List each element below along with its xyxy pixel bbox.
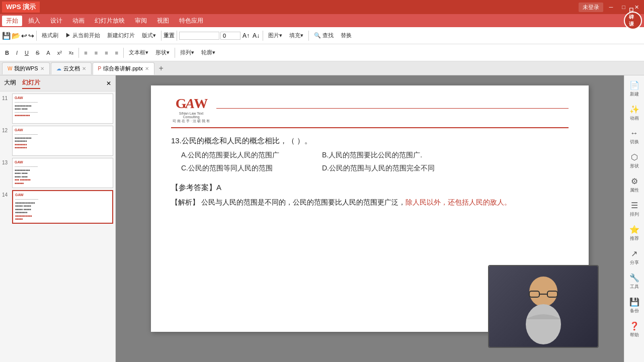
rs-animation[interactable]: ✨ 动画 — [625, 102, 644, 125]
italic-btn[interactable]: I — [13, 49, 21, 57]
rs-recommend[interactable]: ⭐ 推荐 — [625, 222, 644, 245]
arrange-btn[interactable]: 排列▾ — [177, 48, 197, 57]
answer-block: 【参考答案】A 【解析】 公民与人民的范围是不同的，公民的范围要比人民的范围更广… — [171, 183, 569, 209]
property-icon: ⚙ — [631, 176, 638, 186]
quick-access-save[interactable]: 💾 — [2, 32, 11, 40]
answer-ref: 【参考答案】A — [171, 183, 569, 193]
undo-btn[interactable]: ↩ — [21, 32, 27, 40]
rs-help-label: 帮助 — [630, 332, 639, 338]
rs-new[interactable]: 📄 新建 — [625, 77, 644, 101]
rs-arrange[interactable]: ☰ 排列 — [625, 198, 644, 221]
canvas-area[interactable]: GAW SiNan Law Text Consulting 司 南 在 手 · … — [116, 75, 624, 362]
rs-share[interactable]: ↗ 分享 — [625, 246, 644, 269]
menu-start[interactable]: 开始 — [2, 16, 22, 26]
rs-property[interactable]: ⚙ 属性 — [625, 173, 644, 197]
rs-backup[interactable]: 💾 备份 — [625, 294, 644, 317]
tab-cloud-close[interactable]: ✕ — [82, 66, 86, 71]
menubar: 开始 插入 设计 动画 幻灯片放映 审阅 视图 特色应用 口碑课程 — [0, 14, 644, 27]
rs-property-label: 属性 — [630, 187, 639, 194]
minimize-btn[interactable]: ─ — [606, 4, 616, 10]
menu-animation[interactable]: 动画 — [68, 16, 89, 26]
format-brush[interactable]: 格式刷 — [39, 31, 61, 40]
rs-transition[interactable]: ↔ 切换 — [625, 126, 644, 148]
fill-btn[interactable]: 填充▾ — [286, 31, 306, 40]
rs-shape[interactable]: ⬡ 形状 — [625, 149, 644, 172]
reset-label: 重置 — [164, 32, 175, 39]
file-tabbar: W 我的WPS ✕ ☁ 云文档 ✕ P 综合卷讲解.pptx ✕ + — [0, 61, 644, 75]
slide-num-12: 12 — [2, 126, 12, 133]
menu-special[interactable]: 特色应用 — [175, 16, 207, 26]
font-increase[interactable]: A↑ — [242, 32, 251, 39]
align-left-btn[interactable]: ≡ — [81, 49, 90, 57]
replace-btn[interactable]: 替换 — [338, 31, 355, 40]
recommend-icon: ⭐ — [629, 225, 639, 234]
tab-pptx-close[interactable]: ✕ — [145, 66, 149, 71]
slide-item-11[interactable]: 11 GAW ───────────── ■■■■■■■■■■■ ■■■■ ■■… — [2, 94, 113, 124]
rs-new-label: 新建 — [630, 91, 639, 98]
slide-item-13[interactable]: 13 GAW ───────────── ■■■■■■■■■■ ■■■■ ■■■… — [2, 158, 113, 188]
tab-outline[interactable]: 大纲 — [4, 77, 16, 89]
new-tab-btn[interactable]: + — [155, 63, 167, 74]
slide-thumb-14[interactable]: GAW ───────────── ■■■■■■■■■■■■■ ■■■■■ ■■… — [12, 190, 113, 224]
tab-cloud[interactable]: ☁ 云文档 ✕ — [51, 62, 92, 74]
options-block: A.公民的范围要比人民的范围广 B.人民的范围要比公民的范围广. C.公民的范围… — [181, 151, 569, 173]
layout-btn[interactable]: 版式▾ — [139, 31, 159, 40]
slide-thumb-13[interactable]: GAW ───────────── ■■■■■■■■■■ ■■■■ ■■■■ ■… — [12, 158, 113, 188]
backup-icon: 💾 — [629, 297, 639, 307]
font-decrease[interactable]: A↓ — [252, 32, 261, 39]
menu-view[interactable]: 视图 — [153, 16, 173, 26]
wps-icon: W — [8, 66, 12, 71]
slide-thumb-12[interactable]: GAW ───────────── ■■■■■■■■■■■ ■■■■■■■■ ■… — [12, 126, 113, 156]
sep8 — [175, 48, 175, 58]
menu-design[interactable]: 设计 — [46, 16, 66, 26]
menu-review[interactable]: 审阅 — [131, 16, 151, 26]
new-slide-btn[interactable]: 新建幻灯片 — [104, 31, 138, 40]
menu-slideshow[interactable]: 幻灯片放映 — [91, 16, 129, 26]
redo-btn[interactable]: ↪ — [28, 32, 34, 40]
font-color-btn[interactable]: A — [43, 49, 53, 57]
help-icon: ❓ — [629, 321, 639, 331]
option-row-ab: A.公民的范围要比人民的范围广 B.人民的范围要比公民的范围广. — [181, 151, 569, 160]
option-row-cd: C.公民的范围等同人民的范围 D.公民的范围与人民的范围完全不同 — [181, 164, 569, 173]
titlebar: WPS 演示 未登录 ─ □ ✕ — [0, 0, 644, 14]
textbox-btn[interactable]: 文本框▾ — [126, 48, 151, 57]
slide-item-14[interactable]: 14 GAW ───────────── ■■■■■■■■■■■■■ ■■■■■… — [2, 190, 113, 224]
subscript-btn[interactable]: x₂ — [66, 48, 77, 57]
bold-btn[interactable]: B — [2, 49, 12, 57]
font-size-input[interactable] — [220, 32, 240, 40]
slides-panel: 大纲 幻灯片 ✕ 11 GAW ───────────── ■■■■■■■■■■… — [0, 75, 116, 362]
tab-mywps-close[interactable]: ✕ — [40, 66, 44, 71]
question-block: 13.公民的概念和人民的概念相比，（ ）。 A.公民的范围要比人民的范围广 B.… — [171, 136, 569, 173]
align-justify-btn[interactable]: ≡ — [112, 49, 121, 57]
login-status[interactable]: 未登录 — [579, 3, 603, 12]
rs-help[interactable]: ❓ 帮助 — [625, 318, 644, 341]
rs-transition-label: 切换 — [630, 139, 639, 145]
tab-slides[interactable]: 幻灯片 — [22, 77, 40, 89]
tab-mywps[interactable]: W 我的WPS ✕ — [2, 62, 50, 74]
slide-item-12[interactable]: 12 GAW ───────────── ■■■■■■■■■■■ ■■■■■■■… — [2, 126, 113, 156]
panel-close[interactable]: ✕ — [106, 80, 111, 87]
sep2 — [161, 31, 162, 41]
tab-pptx[interactable]: P 综合卷讲解.pptx ✕ — [93, 62, 155, 75]
arrange-rs-icon: ☰ — [631, 201, 638, 210]
rs-share-label: 分享 — [630, 259, 639, 266]
outline-btn[interactable]: 轮廓▾ — [198, 48, 218, 57]
align-center-btn[interactable]: ≡ — [92, 49, 101, 57]
shape-btn[interactable]: 形状▾ — [152, 48, 173, 57]
rs-tools[interactable]: 🔧 工具 — [625, 270, 644, 293]
tab-mywps-label: 我的WPS — [14, 65, 38, 72]
image-btn[interactable]: 图片▾ — [265, 31, 285, 40]
menu-insert[interactable]: 插入 — [24, 16, 44, 26]
from-start-btn[interactable]: ▶ 从当前开始 — [62, 31, 103, 40]
font-name-input[interactable] — [179, 32, 219, 40]
underline-btn[interactable]: U — [22, 49, 32, 57]
align-right-btn[interactable]: ≡ — [102, 49, 111, 57]
quick-access-open[interactable]: 📂 — [12, 32, 20, 40]
slide-thumb-11[interactable]: GAW ───────────── ■■■■■■■■■■■ ■■■■ ■■■■ … — [12, 94, 113, 124]
strikethrough-btn[interactable]: S — [33, 49, 42, 57]
sep7 — [123, 48, 124, 58]
rs-backup-label: 备份 — [630, 308, 639, 314]
find-btn[interactable]: 🔍 查找 — [311, 31, 337, 40]
slide-num-11: 11 — [2, 94, 12, 101]
superscript-btn[interactable]: x² — [54, 49, 65, 57]
